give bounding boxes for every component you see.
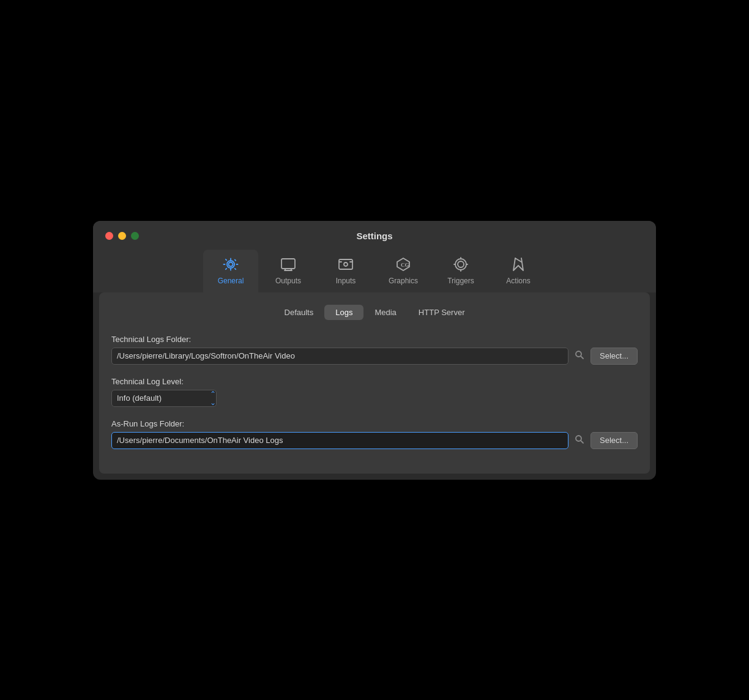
svg-text:CG: CG xyxy=(401,262,409,268)
sub-tabs: Defaults Logs Media HTTP Server xyxy=(111,305,638,320)
tab-triggers[interactable]: Triggers xyxy=(433,250,488,292)
as-run-logs-folder-row: Select... xyxy=(111,432,638,449)
technical-log-level-section: Technical Log Level: Info (default) Debu… xyxy=(111,377,638,407)
tab-inputs[interactable]: Inputs xyxy=(318,250,373,292)
as-run-logs-select-button[interactable]: Select... xyxy=(591,432,638,449)
traffic-lights xyxy=(105,232,139,240)
actions-icon xyxy=(510,256,527,273)
svg-point-4 xyxy=(344,262,348,266)
tab-graphics[interactable]: CG Graphics xyxy=(376,250,431,292)
subtab-defaults[interactable]: Defaults xyxy=(274,305,325,320)
tab-actions-label: Actions xyxy=(506,277,530,285)
outputs-icon xyxy=(280,256,297,273)
maximize-button[interactable] xyxy=(131,232,139,240)
tab-outputs[interactable]: Outputs xyxy=(261,250,316,292)
svg-line-11 xyxy=(581,441,583,443)
svg-line-9 xyxy=(581,356,583,359)
as-run-logs-folder-section: As-Run Logs Folder: Select... xyxy=(111,419,638,449)
triggers-icon xyxy=(452,256,469,273)
tab-general[interactable]: General xyxy=(203,250,258,292)
subtab-media[interactable]: Media xyxy=(363,305,407,320)
subtab-http-server[interactable]: HTTP Server xyxy=(408,305,476,320)
tab-inputs-label: Inputs xyxy=(336,277,356,285)
technical-logs-folder-section: Technical Logs Folder: Select... xyxy=(111,335,638,365)
window-title: Settings xyxy=(356,231,392,241)
as-run-logs-folder-label: As-Run Logs Folder: xyxy=(111,419,638,428)
tab-graphics-label: Graphics xyxy=(389,277,418,285)
search-icon xyxy=(575,350,584,360)
svg-point-0 xyxy=(229,262,233,266)
as-run-logs-folder-input[interactable] xyxy=(111,432,568,449)
tab-outputs-label: Outputs xyxy=(275,277,301,285)
svg-rect-2 xyxy=(281,259,295,269)
content-panel: Defaults Logs Media HTTP Server Technica… xyxy=(99,292,650,474)
technical-log-level-label: Technical Log Level: xyxy=(111,377,638,386)
svg-point-7 xyxy=(458,261,464,267)
svg-point-6 xyxy=(455,259,466,270)
inputs-icon xyxy=(337,256,354,273)
gear-icon xyxy=(222,256,239,273)
technical-log-level-select[interactable]: Info (default) Debug Warning Error xyxy=(112,390,217,407)
settings-window: Settings General Outputs xyxy=(93,221,656,480)
tab-actions[interactable]: Actions xyxy=(491,250,546,292)
close-button[interactable] xyxy=(105,232,113,240)
subtab-logs[interactable]: Logs xyxy=(324,305,363,320)
technical-logs-folder-row: Select... xyxy=(111,348,638,365)
title-bar: Settings General Outputs xyxy=(93,221,656,292)
search-icon xyxy=(575,434,584,444)
technical-logs-select-button[interactable]: Select... xyxy=(591,348,638,365)
technical-logs-search-icon[interactable] xyxy=(573,349,586,363)
as-run-logs-search-icon[interactable] xyxy=(573,433,586,447)
tab-general-label: General xyxy=(218,277,244,285)
technical-logs-folder-input[interactable] xyxy=(111,348,568,365)
graphics-icon: CG xyxy=(395,256,412,273)
toolbar: General Outputs Inputs xyxy=(203,250,546,292)
minimize-button[interactable] xyxy=(118,232,126,240)
svg-rect-3 xyxy=(339,259,352,269)
technical-log-level-dropdown[interactable]: Info (default) Debug Warning Error ⌃⌄ xyxy=(111,390,217,407)
technical-logs-folder-label: Technical Logs Folder: xyxy=(111,335,638,344)
tab-triggers-label: Triggers xyxy=(447,277,474,285)
